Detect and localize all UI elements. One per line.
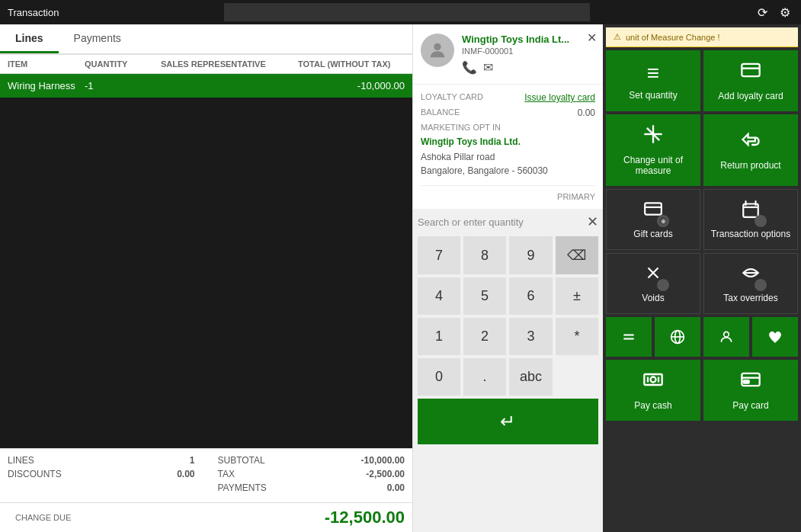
numpad-7[interactable]: 7 xyxy=(418,236,460,274)
tax-overrides-icon xyxy=(741,263,761,288)
settings-icon[interactable]: ⚙ xyxy=(777,2,793,23)
loyalty-card-label: LOYALTY CARD xyxy=(421,92,483,103)
svg-point-16 xyxy=(651,377,656,383)
customer-header: Wingtip Toys India Lt... INMF-000001 📞 ✉… xyxy=(413,24,603,85)
numpad-9[interactable]: 9 xyxy=(509,236,553,274)
title-bar: Transaction ⟳ ⚙ xyxy=(0,0,801,24)
issue-loyalty-card-link[interactable]: Issue loyalty card xyxy=(524,92,595,103)
numpad-5[interactable]: 5 xyxy=(463,277,506,315)
cell-item: Wiring Harness xyxy=(8,80,85,91)
search-bar[interactable] xyxy=(224,3,590,21)
numpad-backspace[interactable]: ⌫ xyxy=(556,236,598,274)
tab-payments[interactable]: Payments xyxy=(59,24,136,53)
table-header: ITEM QUANTITY SALES REPRESENTATIVE TOTAL… xyxy=(0,55,412,74)
add-loyalty-label: Add loyalty card xyxy=(718,91,783,101)
change-unit-of-measure-button[interactable]: Change unit of measure xyxy=(606,114,700,186)
card-icon xyxy=(740,369,761,390)
payments-label: PAYMENTS xyxy=(218,482,267,493)
numpad-area: Search or enter quantity ✕ 7 8 9 ⌫ 4 5 6… xyxy=(413,209,603,532)
pay-card-label: Pay card xyxy=(732,400,768,411)
tax-badge xyxy=(755,279,767,291)
tax-label: TAX xyxy=(218,469,235,479)
change-unit-label: Change unit of measure xyxy=(612,155,694,177)
subtotal-value: -10,000.00 xyxy=(361,455,405,466)
summary-panel: LINES 1 DISCOUNTS 0.00 SUBTOTAL -10,000.… xyxy=(0,448,412,502)
tax-value: -2,500.00 xyxy=(366,469,405,479)
transaction-options-label: Transaction options xyxy=(711,229,790,239)
add-loyalty-icon xyxy=(740,59,761,86)
gift-cards-button[interactable]: ⊕ Gift cards xyxy=(606,189,700,250)
clear-button[interactable]: ✕ xyxy=(587,213,598,230)
header-item: ITEM xyxy=(8,59,85,69)
numpad-0[interactable]: 0 xyxy=(418,358,460,396)
tax-overrides-label: Tax overrides xyxy=(723,293,777,303)
change-due-value: -12,500.00 xyxy=(325,508,405,527)
numpad-plusminus[interactable]: ± xyxy=(556,277,598,315)
primary-badge: PRIMARY xyxy=(421,185,595,201)
action-sidebar: ⚠ unit of Measure Change ! ≡ Set quantit… xyxy=(603,24,801,532)
discounts-value: 0.00 xyxy=(177,469,194,479)
cell-total: -10,000.00 xyxy=(298,80,405,91)
tax-overrides-button[interactable]: Tax overrides xyxy=(703,253,798,314)
middle-panel: Wingtip Toys India Lt... INMF-000001 📞 ✉… xyxy=(412,24,603,532)
numpad-2[interactable]: 2 xyxy=(463,318,506,355)
icon-heart-button[interactable] xyxy=(752,317,798,357)
change-due-label: CHANGE DUE xyxy=(8,511,78,524)
numpad-enter[interactable]: ↵ xyxy=(418,399,598,444)
gift-cards-badge: ⊕ xyxy=(657,215,669,227)
customer-id: INMF-000001 xyxy=(462,46,595,56)
measure-icon xyxy=(642,123,664,145)
header-total: TOTAL (WITHOUT TAX) xyxy=(298,59,405,69)
globe-icon xyxy=(670,329,685,345)
icon-equals-button[interactable] xyxy=(606,317,652,357)
numpad-6[interactable]: 6 xyxy=(509,277,553,315)
svg-rect-15 xyxy=(644,374,662,385)
action-row-4: Voids Tax overrides xyxy=(606,253,798,314)
svg-rect-1 xyxy=(742,64,759,76)
icon-globe-button[interactable] xyxy=(655,317,700,357)
pay-cash-label: Pay cash xyxy=(634,400,671,411)
cell-sales-rep xyxy=(161,80,298,91)
svg-rect-3 xyxy=(645,203,662,214)
tab-lines[interactable]: Lines xyxy=(0,24,59,53)
numpad-3[interactable]: 3 xyxy=(509,318,553,355)
user-avatar-icon xyxy=(427,40,448,61)
return-product-button[interactable]: Return product xyxy=(703,114,798,186)
set-quantity-button[interactable]: ≡ Set quantity xyxy=(606,50,700,111)
phone-icon: 📞 xyxy=(462,60,477,75)
app-title: Transaction xyxy=(8,7,59,18)
voids-button[interactable]: Voids xyxy=(606,253,700,314)
transaction-badge xyxy=(755,215,767,227)
action-row-1: ≡ Set quantity Add loyalty card xyxy=(606,50,798,111)
voids-label: Voids xyxy=(642,293,664,303)
customer-details: LOYALTY CARD Issue loyalty card BALANCE … xyxy=(413,85,603,209)
transaction-options-button[interactable]: Transaction options xyxy=(703,189,798,250)
notification-text: unit of Measure Change ! xyxy=(626,33,720,42)
action-row-6: Pay cash Pay card xyxy=(606,360,798,421)
gift-cards-icon: ⊕ xyxy=(643,199,663,224)
numpad-multiply[interactable]: * xyxy=(556,318,598,355)
svg-text:⊕: ⊕ xyxy=(661,218,666,225)
gift-cards-label: Gift cards xyxy=(633,229,672,239)
numpad-4[interactable]: 4 xyxy=(418,277,460,315)
add-loyalty-card-button[interactable]: Add loyalty card xyxy=(703,50,798,111)
icon-user-button[interactable] xyxy=(703,317,749,357)
lines-value: 1 xyxy=(190,455,195,466)
customer-name: Wingtip Toys India Lt... xyxy=(462,34,595,45)
voids-badge xyxy=(657,279,669,291)
table-row[interactable]: Wiring Harness -1 -10,000.00 xyxy=(0,74,412,98)
set-quantity-icon: ≡ xyxy=(647,61,659,85)
action-row-2: Change unit of measure Return product xyxy=(606,114,798,186)
badge-icon: ⊕ xyxy=(659,217,667,225)
numpad-decimal[interactable]: . xyxy=(463,358,506,396)
numpad-1[interactable]: 1 xyxy=(418,318,460,355)
numpad-abc[interactable]: abc xyxy=(509,358,553,396)
close-customer-button[interactable]: ✕ xyxy=(587,30,597,45)
numpad-8[interactable]: 8 xyxy=(463,236,506,274)
left-main-panel: Lines Payments ITEM QUANTITY SALES REPRE… xyxy=(0,24,412,532)
action-row-3: ⊕ Gift cards Transaction opt xyxy=(606,189,798,250)
heart-icon xyxy=(767,329,783,345)
refresh-icon[interactable]: ⟳ xyxy=(755,2,771,23)
pay-cash-button[interactable]: Pay cash xyxy=(606,360,700,421)
pay-card-button[interactable]: Pay card xyxy=(703,360,798,421)
